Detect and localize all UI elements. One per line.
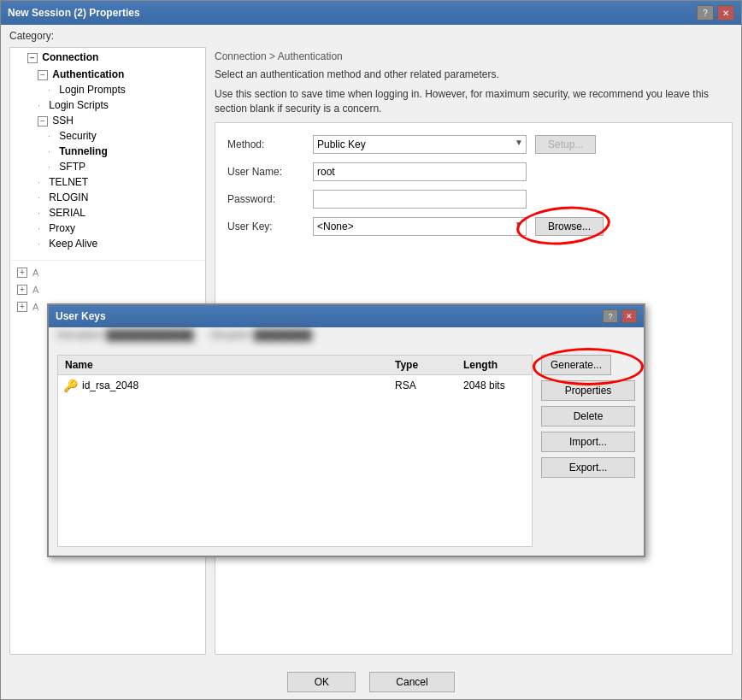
username-row: User Name: bbox=[227, 162, 720, 181]
key-length-cell: 2048 bits bbox=[463, 379, 532, 391]
login-scripts-label: Login Scripts bbox=[49, 99, 108, 111]
sidebar-item-proxy[interactable]: · Proxy bbox=[10, 221, 205, 236]
table-row[interactable]: 🔑 id_rsa_2048 RSA 2048 bits bbox=[58, 375, 532, 396]
properties-button[interactable]: Properties bbox=[541, 380, 635, 401]
keys-list-header: Name Type Length bbox=[58, 356, 532, 375]
sidebar-item-connection[interactable]: − Connection bbox=[10, 48, 205, 67]
collapse-ssh-icon: − bbox=[38, 116, 48, 126]
proxy-label: Proxy bbox=[49, 222, 75, 234]
sidebar-item-serial[interactable]: · SERIAL bbox=[10, 205, 205, 221]
sidebar-item-telnet[interactable]: · TELNET bbox=[10, 174, 205, 190]
close-button[interactable]: ✕ bbox=[717, 5, 734, 21]
serial-label: SERIAL bbox=[49, 207, 85, 219]
password-row: Password: bbox=[227, 190, 720, 209]
dot-icon: · bbox=[48, 132, 56, 141]
dot-icon: · bbox=[38, 178, 46, 187]
bottom-row: OK Cancel bbox=[1, 663, 741, 699]
sftp-label: SFTP bbox=[59, 161, 85, 173]
modal-close-button[interactable]: ✕ bbox=[621, 309, 637, 323]
help-button[interactable]: ? bbox=[697, 5, 714, 21]
sidebar-item-login-prompts[interactable]: · Login Prompts bbox=[10, 82, 205, 97]
export-button[interactable]: Export... bbox=[541, 457, 635, 478]
key-name-cell: id_rsa_2048 bbox=[79, 379, 395, 391]
userkey-row: User Key: <None> Browse... bbox=[227, 217, 720, 236]
window-title: New Session (2) Properties bbox=[8, 7, 140, 19]
method-row: Method: Public Key Setup... bbox=[227, 135, 720, 154]
blurred-field-1: Decription ████████████ Decption ███████… bbox=[49, 327, 644, 343]
password-input[interactable] bbox=[313, 190, 527, 209]
import-button[interactable]: Import... bbox=[541, 432, 635, 452]
setup-button[interactable]: Setup... bbox=[535, 135, 596, 154]
category-label: Category: bbox=[1, 25, 741, 47]
sidebar-item-authentication[interactable]: − Authentication bbox=[10, 67, 205, 82]
key-icon: 🔑 bbox=[62, 379, 79, 392]
expand-icon: + bbox=[17, 268, 27, 278]
username-label: User Name: bbox=[227, 166, 313, 178]
tunneling-label: Tunneling bbox=[59, 145, 107, 157]
dot-icon: · bbox=[38, 209, 46, 218]
userkey-select-wrapper[interactable]: <None> bbox=[313, 217, 527, 236]
userkey-label: User Key: bbox=[227, 221, 313, 232]
modal-title-buttons: ? ✕ bbox=[603, 309, 637, 323]
method-select[interactable]: Public Key bbox=[313, 135, 527, 154]
key-type-cell: RSA bbox=[395, 379, 463, 391]
keys-list-panel[interactable]: Name Type Length 🔑 id_rsa_2048 RSA 2048 … bbox=[57, 355, 533, 547]
description: Select an authentication method and othe… bbox=[215, 68, 733, 115]
desc2: Use this section to save time when loggi… bbox=[215, 87, 733, 116]
keep-alive-label: Keep Alive bbox=[49, 238, 97, 250]
expand-icon3: + bbox=[17, 302, 27, 312]
dot-icon: · bbox=[38, 224, 46, 233]
col-type-header: Type bbox=[395, 359, 463, 371]
sidebar-item-security[interactable]: · Security bbox=[10, 128, 205, 144]
keys-list-body: 🔑 id_rsa_2048 RSA 2048 bits bbox=[58, 375, 532, 546]
desc1: Select an authentication method and othe… bbox=[215, 68, 733, 82]
authentication-label: Authentication bbox=[52, 68, 124, 80]
collapse-icon: − bbox=[27, 53, 38, 63]
modal-content: Name Type Length 🔑 id_rsa_2048 RSA 2048 … bbox=[49, 346, 644, 556]
blurred-label-1: Decription ████████████ bbox=[57, 329, 193, 341]
title-bar-left: New Session (2) Properties bbox=[8, 7, 140, 19]
delete-button[interactable]: Delete bbox=[541, 406, 635, 426]
keys-buttons-panel: Generate... Properties Delete Import... … bbox=[541, 355, 635, 547]
sidebar-item-rlogin[interactable]: · RLOGIN bbox=[10, 190, 205, 205]
username-input[interactable] bbox=[313, 162, 527, 181]
modal-title-bar: User Keys ? ✕ bbox=[49, 305, 644, 327]
col-length-header: Length bbox=[463, 359, 532, 371]
ssh-label: SSH bbox=[52, 115, 74, 126]
dot-icon: · bbox=[48, 85, 56, 95]
method-select-wrapper[interactable]: Public Key bbox=[313, 135, 527, 154]
sidebar-item-keep-alive[interactable]: · Keep Alive bbox=[10, 236, 205, 251]
scroll-placeholder3: A bbox=[32, 302, 38, 312]
generate-button[interactable]: Generate... bbox=[541, 355, 611, 375]
expand-icon2: + bbox=[17, 285, 27, 295]
dot-icon: · bbox=[48, 162, 56, 172]
method-label: Method: bbox=[227, 138, 313, 150]
breadcrumb: Connection > Authentication bbox=[215, 47, 733, 68]
sidebar-item-sftp[interactable]: · SFTP bbox=[10, 159, 205, 174]
userkey-select[interactable]: <None> bbox=[313, 217, 527, 236]
browse-button[interactable]: Browse... bbox=[535, 217, 604, 236]
ok-button[interactable]: OK bbox=[287, 672, 356, 692]
dot-icon: · bbox=[38, 101, 46, 110]
title-bar-buttons: ? ✕ bbox=[697, 5, 734, 21]
sidebar-item-ssh[interactable]: − SSH bbox=[10, 113, 205, 128]
telnet-label: TELNET bbox=[49, 176, 88, 188]
title-bar: New Session (2) Properties ? ✕ bbox=[1, 1, 741, 25]
expand-auth-icon: − bbox=[38, 70, 48, 80]
key-emoji: 🔑 bbox=[63, 379, 78, 392]
dot-icon: · bbox=[38, 239, 46, 249]
password-label: Password: bbox=[227, 193, 313, 205]
connection-label: Connection bbox=[42, 51, 98, 63]
sidebar-item-login-scripts[interactable]: · Login Scripts bbox=[10, 97, 205, 113]
scroll-placeholder2: A bbox=[32, 285, 38, 295]
modal-title: User Keys bbox=[56, 310, 106, 322]
dot-icon: · bbox=[38, 193, 46, 203]
security-label: Security bbox=[59, 130, 96, 142]
blurred-label-2: Decption ████████ bbox=[210, 329, 312, 341]
sidebar-item-tunneling[interactable]: · Tunneling bbox=[10, 144, 205, 159]
scroll-placeholder: A bbox=[32, 268, 38, 278]
user-keys-modal[interactable]: User Keys ? ✕ Decription ████████████ De… bbox=[47, 303, 645, 557]
login-prompts-label: Login Prompts bbox=[59, 84, 125, 96]
modal-help-button[interactable]: ? bbox=[603, 309, 618, 323]
cancel-button[interactable]: Cancel bbox=[369, 672, 454, 692]
